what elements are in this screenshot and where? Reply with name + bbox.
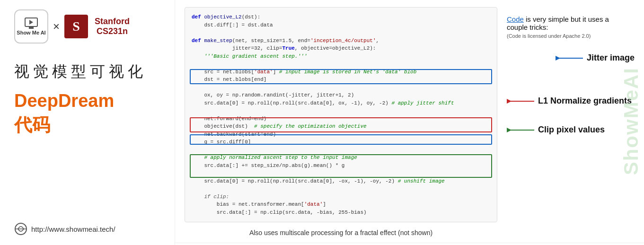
annotation-clip: Clip pixel values [507, 125, 635, 135]
chinese-title: 视觉模型可视化 [14, 61, 160, 82]
desc-sub: (Code is licensed under Apache 2.0) [507, 33, 611, 39]
arrow-jitter [556, 53, 584, 63]
sub-title: 代码 [14, 113, 160, 137]
arrow-l1 [507, 96, 535, 106]
code-description: Code is very simple but it uses a couple… [507, 13, 611, 39]
annotation-l1-label: L1 Normalize gradients [538, 96, 632, 106]
section-title: DeepDream [14, 91, 160, 111]
logo-area: Show Me AI × S Stanford CS231n [14, 9, 160, 44]
also-uses-text: Also uses multiscale processing for a fr… [185, 226, 497, 240]
stanford-s-logo: S [64, 15, 88, 38]
annotation-clip-label: Clip pixel values [538, 125, 605, 135]
code-block: def objective_L2(dst): dst.diff[:] = dst… [185, 7, 497, 222]
link-icon [14, 222, 27, 236]
code-text: def objective_L2(dst): dst.diff[:] = dst… [192, 13, 490, 216]
annotation-jitter: Jitter image [507, 53, 635, 63]
showmeai-logo: Show Me AI [14, 9, 48, 44]
website-link[interactable]: http://www.showmeai.tech/ [14, 218, 160, 236]
sidebar: Show Me AI × S Stanford CS231n 视觉模型可视化 D… [0, 0, 175, 245]
green-highlight-box [190, 154, 492, 178]
red-highlight-box [190, 117, 492, 132]
main-content: def objective_L2(dst): dst.diff[:] = dst… [175, 0, 644, 245]
stanford-line1: Stanford [95, 17, 130, 26]
logo-text: Show Me AI [17, 30, 45, 35]
monitor-icon [25, 18, 38, 27]
blue-highlight-box [190, 69, 492, 84]
right-panel: Code is very simple but it uses a couple… [507, 7, 635, 240]
annotation-l1: L1 Normalize gradients [507, 96, 635, 106]
arrow-clip [507, 125, 535, 135]
code-panel: def objective_L2(dst): dst.diff[:] = dst… [175, 0, 644, 243]
blue-highlight-box2 [190, 134, 492, 145]
website-url: http://www.showmeai.tech/ [31, 225, 115, 233]
code-link[interactable]: Code [507, 15, 524, 23]
bottom-bar: Deep Learning for Computer Vision · 深度学习… [175, 243, 644, 245]
annotation-jitter-label: Jitter image [587, 53, 635, 63]
times-sign: × [53, 20, 60, 33]
stanford-text: Stanford CS231n [95, 17, 130, 36]
play-icon [29, 20, 33, 25]
desc-title: Code is very simple but it uses a couple… [507, 15, 611, 31]
stanford-line2: CS231n [95, 26, 130, 36]
code-container: def objective_L2(dst): dst.diff[:] = dst… [185, 7, 497, 240]
